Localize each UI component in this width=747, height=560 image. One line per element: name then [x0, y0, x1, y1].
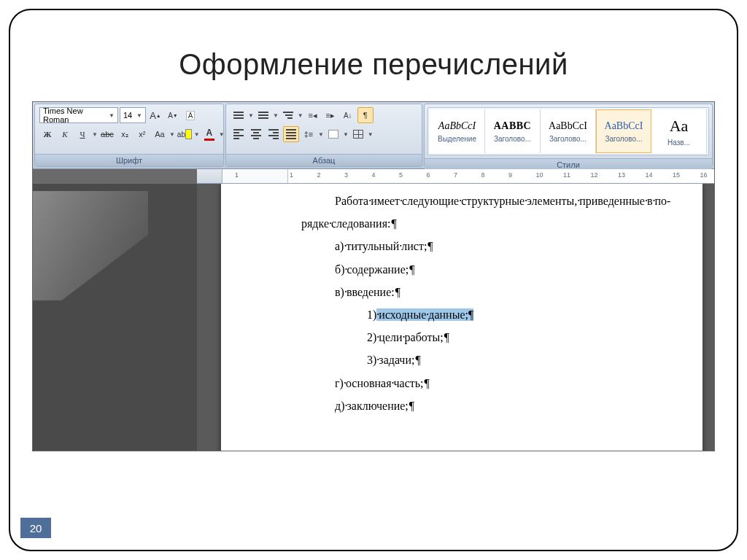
line-spacing-icon: ‡≡ [304, 130, 314, 139]
doc-line[interactable]: д)·заключение;¶ [301, 394, 673, 417]
doc-line[interactable]: г)·основная·часть;¶ [301, 372, 673, 394]
align-right-button[interactable] [266, 126, 282, 142]
styles-gallery[interactable]: AaBbCcIВыделениеAABBCЗаголово...AaBbCcIЗ… [427, 107, 709, 155]
fontcolor-swatch-icon [204, 139, 214, 141]
style-item[interactable]: AaBbCcIЗаголово... [596, 109, 651, 153]
style-item[interactable]: AaBbCcIЗаголово... [541, 109, 596, 153]
style-caption: Заголово... [605, 135, 642, 143]
style-sample: AaBbCcI [549, 120, 587, 132]
navigation-pane[interactable] [33, 184, 197, 451]
align-justify-button[interactable] [283, 126, 299, 142]
font-size-value: 14 [123, 111, 132, 120]
document-page[interactable]: Работа·имеет·следующие·структурные·элеме… [221, 184, 703, 451]
font-name-combo[interactable]: Times New Roman▼ [39, 107, 118, 123]
shrink-font-button[interactable]: A▼ [165, 107, 181, 123]
style-caption: Выделение [438, 135, 476, 143]
ribbon-group-font: Times New Roman▼ 14▼ A▲ A▼ A Ж К Ч ▼ [34, 104, 224, 167]
indent-button[interactable]: ≡▸ [322, 107, 338, 123]
doc-line[interactable]: б)·содержание;¶ [301, 258, 673, 281]
doc-line[interactable]: в)·введение:¶ [301, 281, 673, 303]
align-justify-icon [286, 129, 296, 139]
indent-icon: ≡▸ [326, 111, 335, 120]
style-sample: AABBC [494, 120, 532, 132]
style-sample: AaBbCcI [605, 120, 643, 132]
align-center-button[interactable] [248, 126, 264, 142]
style-item[interactable]: AaBbCcIВыделение [430, 109, 485, 153]
doc-line[interactable]: 3)·задачи;¶ [301, 349, 673, 371]
underline-button[interactable]: Ч [74, 126, 90, 142]
highlight-button[interactable]: ab [177, 126, 193, 142]
ribbon-group-paragraph: ▼ ▼ ▼ ≡◂ ≡▸ A↓ ¶ ‡≡▼ ▼ [225, 104, 422, 167]
ribbon: Times New Roman▼ 14▼ A▲ A▼ A Ж К Ч ▼ [33, 102, 714, 169]
change-case-button[interactable]: Aa [152, 126, 168, 142]
align-left-icon [233, 129, 244, 139]
word-screenshot: Times New Roman▼ 14▼ A▲ A▼ A Ж К Ч ▼ [32, 101, 715, 451]
numbering-button[interactable] [255, 107, 271, 123]
ruler[interactable]: 11234567891011121314151617 [197, 169, 714, 184]
align-center-icon [251, 129, 261, 139]
subscript-button[interactable]: x₂ [117, 126, 133, 142]
shading-icon [328, 130, 338, 139]
chevron-down-icon: ▼ [136, 112, 142, 119]
style-sample: AaBbCcI [438, 120, 476, 132]
doc-line[interactable]: Работа·имеет·следующие·структурные·элеме… [301, 190, 673, 212]
clear-format-button[interactable]: A [182, 107, 198, 123]
font-name-value: Times New Roman [43, 106, 106, 124]
grow-font-button[interactable]: A▲ [147, 107, 163, 123]
style-caption: Назв... [667, 139, 690, 147]
doc-line[interactable]: рядке·следования:¶ [301, 212, 673, 235]
highlight-swatch-icon [185, 129, 192, 139]
outdent-button[interactable]: ≡◂ [305, 107, 321, 123]
font-color-button[interactable]: A [201, 126, 217, 142]
doc-line[interactable]: 2)·цели·работы;¶ [301, 326, 673, 349]
bold-button[interactable]: Ж [39, 126, 55, 142]
italic-button[interactable]: К [57, 126, 73, 142]
style-caption: Заголово... [549, 135, 587, 143]
ribbon-label-font: Шрифт [35, 154, 223, 166]
multilevel-button[interactable] [280, 107, 296, 123]
show-marks-button[interactable]: ¶ [357, 107, 374, 123]
align-left-button[interactable] [231, 126, 247, 142]
bullets-icon [233, 112, 244, 119]
doc-line[interactable]: а)·титульный·лист;¶ [301, 235, 673, 257]
style-sample: Aa [670, 117, 689, 136]
slide-title: Оформление перечислений [10, 48, 737, 81]
outdent-icon: ≡◂ [309, 111, 317, 120]
line-spacing-button[interactable]: ‡≡ [301, 126, 317, 142]
align-right-icon [268, 129, 279, 139]
strikethrough-button[interactable]: abc [99, 126, 115, 142]
borders-button[interactable] [350, 126, 366, 142]
doc-line[interactable]: 1)·исходные·данные;¶ [301, 303, 673, 326]
ribbon-label-paragraph: Абзац [226, 154, 422, 166]
borders-icon [353, 130, 363, 139]
document-area: Работа·имеет·следующие·структурные·элеме… [33, 184, 714, 451]
slide-frame: Оформление перечислений Times New Roman▼… [9, 9, 738, 551]
font-size-combo[interactable]: 14▼ [120, 107, 146, 123]
style-item[interactable]: AaНазв... [651, 109, 707, 153]
ribbon-group-styles: AaBbCcIВыделениеAABBCЗаголово...AaBbCcIЗ… [424, 104, 713, 167]
sort-button[interactable]: A↓ [340, 107, 356, 123]
slide-number: 20 [20, 518, 51, 538]
sort-icon: A↓ [344, 112, 352, 120]
style-caption: Заголово... [494, 135, 531, 143]
nav-thumbnail[interactable] [33, 191, 148, 300]
multilevel-icon [283, 112, 293, 119]
shading-button[interactable] [325, 126, 341, 142]
chevron-down-icon: ▼ [109, 112, 115, 119]
numbering-icon [258, 112, 268, 119]
bullets-button[interactable] [231, 107, 247, 123]
style-item[interactable]: AABBCЗаголово... [485, 109, 541, 153]
superscript-button[interactable]: x² [134, 126, 150, 142]
